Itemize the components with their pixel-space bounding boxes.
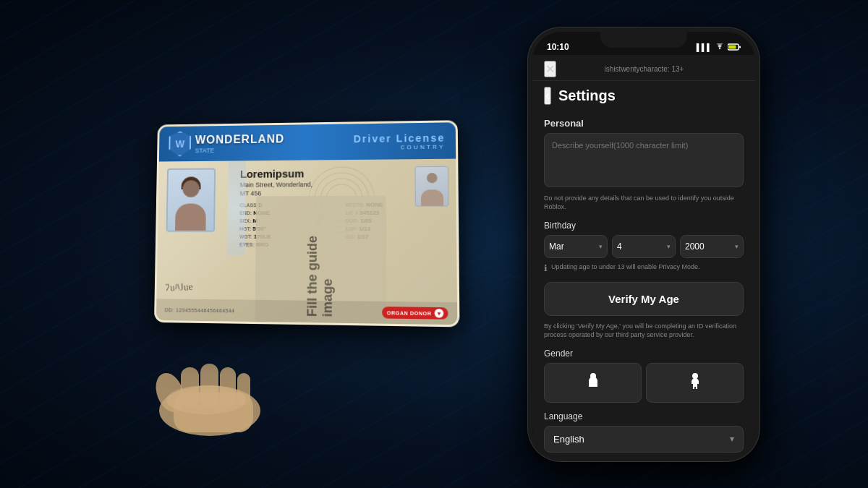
svg-rect-9 [729, 45, 736, 48]
gender-label: Gender [544, 348, 744, 359]
card-header: WONDERLAND STATE Driver License COUNTRY [159, 122, 456, 161]
month-value: Mar [549, 241, 564, 252]
card-shield-logo [169, 131, 191, 156]
card-signature: ﾌuﾊJue [165, 281, 193, 294]
year-value: 2000 [685, 241, 705, 252]
status-time: 10:10 [547, 42, 569, 52]
battery-icon [728, 43, 741, 52]
organ-donor-badge: ORGAN DONOR ♥ [383, 307, 448, 320]
barcode-text: DD: 1234555446456464544 [165, 307, 235, 312]
person-head [182, 180, 199, 197]
language-value: English [553, 434, 584, 445]
phone-section: 10:10 ▌▌▌ [528, 27, 760, 461]
wifi-icon [715, 43, 725, 52]
card-small-photo [415, 166, 449, 206]
person-body [175, 203, 206, 230]
card-body: Loremipsum Main Street, Wonderland,MT 45… [158, 158, 457, 256]
card-photo [166, 168, 216, 231]
id-card-section: W WONDERLAND STATE Driver License COUNTR… [109, 64, 485, 425]
signal-icon: ▌▌▌ [697, 43, 712, 51]
svg-point-7 [166, 385, 246, 414]
close-button[interactable]: ✕ [544, 61, 556, 77]
app-content: ✕ ishistwentycharacte: 13+ ‹ Settings Pe… [532, 55, 755, 457]
card-photo-area [166, 168, 219, 247]
month-chevron: ▾ [599, 243, 603, 250]
language-select[interactable]: English ▾ [544, 426, 744, 453]
bio-textarea[interactable] [544, 133, 744, 187]
day-select[interactable]: 4 ▾ [612, 235, 676, 258]
male-gender-button[interactable] [544, 363, 642, 403]
card-state-sub: STATE [195, 145, 285, 153]
privacy-hint: ℹ Updating age to under 13 will enable P… [544, 262, 744, 273]
settings-title: Settings [558, 87, 616, 104]
month-select[interactable]: Mar ▾ [544, 235, 608, 258]
year-select[interactable]: 2000 ▾ [680, 235, 744, 258]
phone-device: 10:10 ▌▌▌ [528, 27, 760, 461]
card-stripe [227, 160, 246, 255]
app-topbar: ✕ ishistwentycharacte: 13+ [532, 55, 755, 81]
info-icon: ℹ [544, 263, 548, 273]
language-label: Language [544, 411, 744, 421]
card-license-type: Driver License [354, 132, 446, 145]
svg-point-12 [692, 373, 698, 379]
language-chevron: ▾ [730, 434, 734, 444]
verify-age-button[interactable]: Verify My Age [544, 282, 744, 316]
verify-hint: By clicking 'Verify My Age,' you will be… [544, 322, 744, 340]
organ-donor-icon: ♥ [435, 309, 444, 318]
female-gender-button[interactable] [646, 363, 744, 403]
birthday-label: Birthday [544, 221, 744, 231]
card-fields: CLASS D RESTR: NONE END: NONE LIC # 3451… [239, 201, 448, 248]
settings-scroll[interactable]: Personal Do not provide any details that… [532, 111, 755, 455]
year-chevron: ▾ [735, 243, 739, 250]
settings-nav: ‹ Settings [532, 81, 755, 111]
svg-rect-10 [739, 46, 741, 48]
app-title: ishistwentycharacte: 13+ [605, 65, 684, 73]
personal-label: Personal [544, 118, 744, 129]
personal-hint: Do not provide any details that can be u… [544, 194, 744, 212]
privacy-text: Updating age to under 13 will enable Pri… [551, 262, 700, 272]
male-icon [586, 372, 600, 393]
license-card: W WONDERLAND STATE Driver License COUNTR… [154, 120, 459, 327]
day-chevron: ▾ [667, 243, 671, 250]
phone-screen: 10:10 ▌▌▌ [532, 32, 755, 457]
card-state-name: WONDERLAND [195, 132, 285, 146]
phone-notch [600, 32, 687, 48]
main-scene: W WONDERLAND STATE Driver License COUNTR… [0, 0, 868, 488]
female-icon [688, 372, 702, 393]
gender-row [544, 363, 744, 403]
back-button[interactable]: ‹ [544, 87, 551, 105]
organ-donor-text: ORGAN DONOR [387, 309, 432, 315]
status-icons: ▌▌▌ [697, 43, 741, 52]
day-value: 4 [617, 241, 622, 252]
card-bottom: DD: 1234555446456464544 ORGAN DONOR ♥ [156, 299, 457, 325]
birthday-row: Mar ▾ 4 ▾ 2000 ▾ [544, 235, 744, 258]
